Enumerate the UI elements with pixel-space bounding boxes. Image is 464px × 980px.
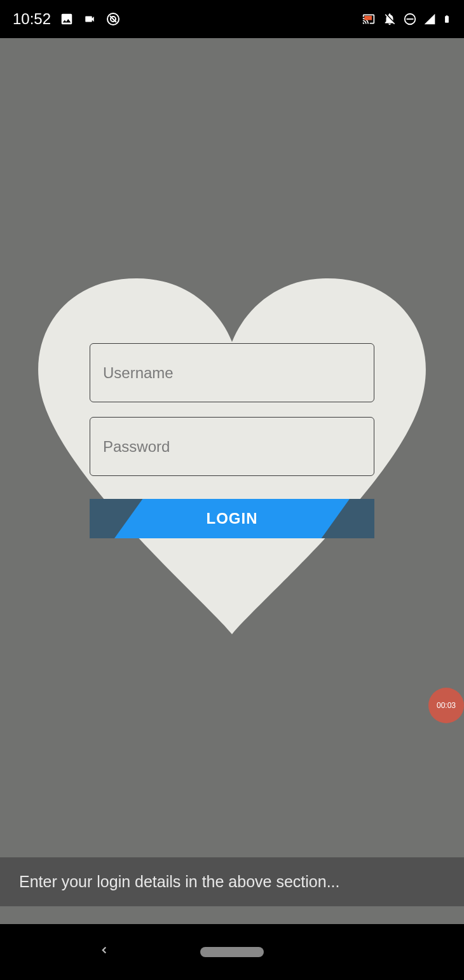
status-time: 10:52 [13, 10, 51, 28]
status-right [361, 11, 451, 27]
bell-off-icon [383, 12, 397, 26]
record-timer-badge[interactable]: 00:03 [428, 688, 464, 723]
back-button[interactable] [99, 941, 110, 963]
login-button[interactable]: LOGIN [114, 499, 350, 538]
status-bar: 10:52 [0, 0, 464, 38]
toast-text: Enter your login details in the above se… [19, 873, 339, 890]
status-left: 10:52 [13, 10, 121, 28]
password-input[interactable] [90, 417, 374, 476]
at-icon [106, 11, 121, 27]
home-pill[interactable] [200, 947, 264, 957]
svg-rect-2 [364, 16, 372, 20]
battery-icon [442, 11, 451, 27]
do-not-disturb-icon [403, 12, 417, 26]
login-button-container: LOGIN [90, 499, 374, 538]
toast-message: Enter your login details in the above se… [0, 857, 464, 906]
navigation-bar [0, 924, 464, 980]
record-timer-text: 00:03 [437, 701, 456, 710]
app-content: LOGIN 00:03 Enter your login details in … [0, 38, 464, 924]
image-icon [60, 12, 74, 26]
signal-icon [423, 13, 436, 25]
username-input[interactable] [90, 343, 374, 402]
login-form: LOGIN [90, 343, 374, 538]
cast-icon [361, 13, 376, 25]
video-icon [83, 13, 97, 25]
